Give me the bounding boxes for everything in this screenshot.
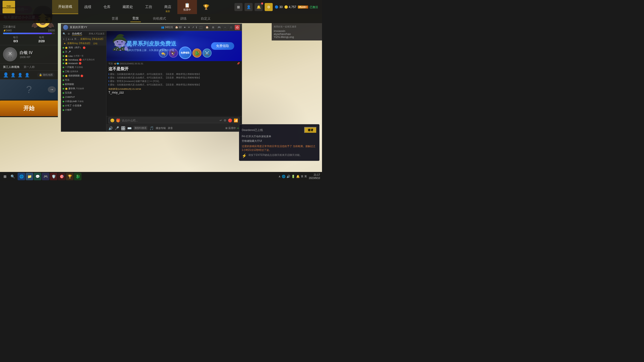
free-receive-btn[interactable]: 免费领取	[211, 42, 234, 50]
music-icon[interactable]: 🎵	[149, 126, 154, 130]
taskbar-search[interactable]: 🔍	[10, 173, 16, 179]
taskbar-left: ⊞ 🔍	[2, 173, 16, 179]
yy-maximize-btn[interactable]: □	[229, 25, 234, 30]
user-level-icon: 🌟	[65, 62, 68, 65]
subnav-training[interactable]: 训练	[178, 15, 189, 22]
rank-info: 白银 IV 1606 RP	[20, 50, 33, 59]
recording-btn[interactable]: 录音	[168, 126, 173, 130]
mic-icon[interactable]: 🎤	[115, 126, 119, 130]
view-toggle: 第三人称视角 第一人称	[0, 64, 58, 71]
free-mode-btn[interactable]: 自由模式	[72, 32, 82, 36]
input-method[interactable]: 英	[304, 175, 307, 178]
play-music-btn[interactable]: 播放专辑	[156, 126, 166, 130]
friends-button[interactable]: 👤	[245, 3, 253, 11]
speaker-icon[interactable]: 🔊	[108, 126, 113, 130]
friend-2: aiyazhaozhao	[274, 32, 320, 35]
user-level-icon: 🌟	[65, 87, 68, 90]
taskbar-steam[interactable]: 🎮	[42, 173, 49, 180]
tray-volume[interactable]: 🔊	[287, 175, 290, 178]
user-lisa[interactable]: 🌟 Lisa 台湾第一哥	[61, 54, 106, 58]
banner-free-btn[interactable]: 免费领取	[179, 47, 191, 59]
user-sanku[interactable]: 三枯 蓝果再来	[61, 69, 106, 74]
nav-extra-icon[interactable]: 🏆	[197, 0, 215, 14]
taskbar-browser[interactable]: 🌐	[18, 173, 25, 180]
yy-minimize-btn[interactable]: −	[223, 25, 228, 30]
tray-notification[interactable]: 🔔	[296, 175, 300, 178]
language-indicator[interactable]: 英	[301, 175, 303, 178]
user-xiaoyugan[interactable]: 小鱼秆	[61, 108, 106, 112]
user-yizhimenlong[interactable]: 一只猛龙 不合情钱	[61, 65, 106, 69]
invite-button[interactable]: 邀请	[304, 127, 317, 133]
user-name: honokasa	[68, 59, 78, 61]
tray-up-arrow[interactable]: ∧	[278, 175, 281, 178]
start-button[interactable]: 开始	[0, 101, 58, 116]
tray-network[interactable]: 🌐	[282, 175, 286, 178]
subnav-competitive[interactable]: 竞技	[130, 15, 141, 22]
user-kele[interactable]: 可乐	[61, 78, 106, 82]
first-person-view-btn[interactable]: 第一人称	[24, 65, 35, 69]
user-name: Lisa	[68, 55, 73, 57]
user-quantongtongchao[interactable]: 权同朝朝	[61, 82, 106, 86]
settings-icon[interactable]: ⚙	[224, 119, 226, 122]
keyboard-icon[interactable]: ⌨️	[127, 126, 132, 130]
chat-input[interactable]	[122, 119, 218, 122]
yy-grid-btn[interactable]: ⊞	[211, 25, 216, 30]
emoji-icon[interactable]: 😊	[110, 118, 114, 122]
settings-button[interactable]: ⚙	[265, 3, 273, 11]
taskbar-explorer[interactable]: 📁	[26, 173, 33, 180]
third-person-view-btn[interactable]: 第三人称视角	[3, 65, 20, 69]
notification-overlay: Deardenni已上线 邀请 F4↑打开大厅动作滚轮菜单 空格键隐藏大厅UI …	[239, 124, 319, 161]
gift-icon[interactable]: 🎁	[116, 118, 120, 122]
pin-icon[interactable]: 📌	[237, 62, 240, 65]
subchannel-header[interactable]: ▶ 直播间ring【李诶勿进】 (29)	[61, 41, 106, 46]
user-lindt[interactable]: 小排达Lindt 不偷钱	[61, 99, 106, 104]
nav-workshop[interactable]: 工坊	[139, 0, 158, 14]
taskbar-antivirus[interactable]: 🛡️	[50, 173, 57, 180]
user-nidepinshushu[interactable]: 🌟 你的拼刷刷 🔴	[61, 74, 106, 78]
subnav-normal[interactable]: 普通	[110, 15, 120, 22]
sub-navigation: 普通 竞技 街机模式 训练 自定义	[0, 14, 322, 23]
user-na[interactable]: 乃 🎤	[61, 50, 106, 54]
subnav-custom[interactable]: 自定义	[199, 15, 213, 22]
user-baobeiqi[interactable]: 宝贝亲	[61, 91, 106, 95]
record-icon[interactable]: 🔴	[228, 118, 232, 122]
map-next-button[interactable]: →	[48, 86, 56, 93]
taskbar-extra[interactable]: 🐉	[74, 173, 82, 180]
tip-2: 空格键隐藏大厅UI	[242, 139, 317, 143]
nav-start-game[interactable]: 开始游戏	[52, 0, 78, 14]
yy-home-btn[interactable]: 🏠	[205, 25, 210, 30]
user-imxiaoxin[interactable]: 🌟 imxiaoxin 🔴	[61, 62, 106, 65]
enter-icon[interactable]: ↵	[220, 119, 222, 122]
yy-close-btn[interactable]: ⏻	[235, 25, 240, 30]
notice-icon: ℹ	[108, 73, 109, 75]
yy-gamepad-btn[interactable]: 🎮	[217, 25, 222, 30]
grid-view-button[interactable]: ⊞	[234, 3, 243, 11]
taskbar-game2[interactable]: 🎯	[58, 173, 65, 180]
nav-vote[interactable]: 📋 投票中	[177, 0, 197, 14]
subnav-arcade[interactable]: 街机模式	[151, 15, 168, 22]
user-honokasa[interactable]: 🌟 honokasa 🔴 此不实用任何	[61, 58, 106, 62]
taskbar-chat[interactable]: 💬	[34, 173, 41, 180]
user-300txt[interactable]: 小300TxT	[61, 95, 106, 99]
yy-fullscreen-btn[interactable]: ⛶	[198, 25, 204, 30]
mix-icon[interactable]: 🎛️	[121, 126, 125, 130]
champion-4: ⚔️	[203, 49, 212, 58]
nav-hideout[interactable]: 藏匿处	[116, 0, 139, 14]
nav-inventory[interactable]: 仓库	[97, 0, 116, 14]
yy-stats: 👥 348131 🏠 60 ★ ✈ ↗ ℹ	[161, 26, 197, 29]
f2-btn[interactable]: 按住F2发话	[134, 126, 147, 130]
yy-messages[interactable]: 可乐 🦋💠 (0023120400) 20:31:31 📌 这不是裂开 ℹ 通知…	[106, 61, 242, 116]
search-icon[interactable]: 🔍	[63, 32, 66, 35]
user-xiaomading[interactable]: 小马丁 小丑变身	[61, 104, 106, 108]
windows-start-button[interactable]: ⊞	[2, 173, 8, 179]
all-can-send-btn[interactable]: 所有人可以发言	[89, 32, 105, 35]
notifications-button[interactable]: 🔔 1	[255, 3, 263, 11]
nav-shop[interactable]: 商店 最新	[158, 0, 177, 14]
config-icon[interactable]: ⚙	[68, 32, 70, 35]
user-liaoyfeng[interactable]: 🌟 廖亦风 节目效果	[61, 86, 106, 91]
taskbar-pubg[interactable]: 🏆	[66, 173, 73, 180]
user-badge: 🔴	[79, 62, 82, 65]
user-xuexu[interactable]: 🌟 旭旭（鸡子） 🔴	[61, 46, 106, 50]
nav-stats[interactable]: 战绩	[78, 0, 97, 14]
user-name: 权同朝朝	[65, 83, 74, 86]
